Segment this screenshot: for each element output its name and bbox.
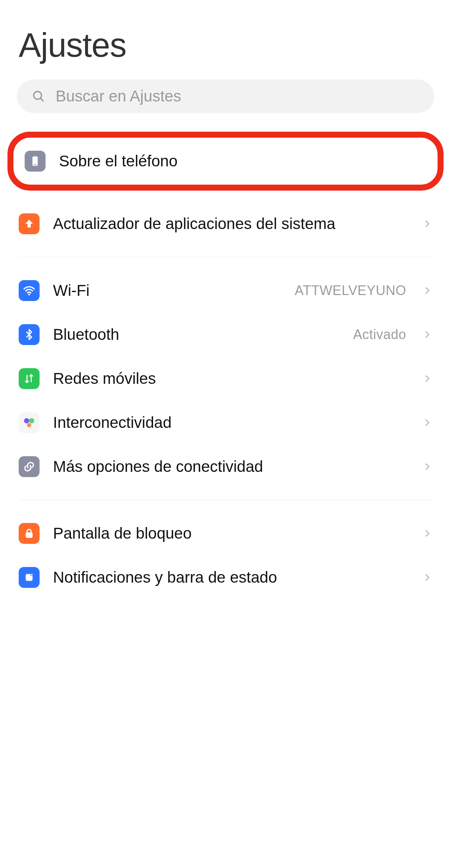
- lock-icon: [19, 523, 40, 544]
- page-title: Ajustes: [0, 19, 451, 79]
- svg-rect-8: [26, 532, 33, 538]
- chevron-right-icon: [422, 285, 432, 296]
- row-label: Más opciones de conectividad: [53, 457, 408, 476]
- chevron-right-icon: [422, 329, 432, 340]
- chevron-right-icon: [422, 417, 432, 428]
- svg-point-13: [31, 574, 32, 576]
- row-label: Sobre el teléfono: [59, 152, 426, 170]
- svg-point-0: [34, 91, 41, 99]
- row-system-app-updater[interactable]: Actualizador de aplicaciones del sistema: [0, 202, 451, 246]
- chevron-right-icon: [422, 528, 432, 539]
- phone-icon: [25, 151, 46, 172]
- search-icon: [32, 90, 45, 103]
- search-wrapper: Buscar en Ajustes: [0, 79, 451, 132]
- row-label: Pantalla de bloqueo: [53, 524, 408, 543]
- search-placeholder: Buscar en Ajustes: [56, 87, 181, 105]
- chevron-right-icon: [422, 572, 432, 583]
- row-label: Notificaciones y barra de estado: [53, 568, 408, 587]
- interconnect-icon: [19, 412, 40, 433]
- search-input[interactable]: Buscar en Ajustes: [17, 79, 434, 113]
- notification-bar-icon: [19, 567, 40, 588]
- row-bluetooth[interactable]: Bluetooth Activado: [0, 313, 451, 357]
- section-divider: [19, 500, 432, 500]
- mobile-data-icon: [19, 368, 40, 389]
- update-arrow-icon: [19, 213, 40, 234]
- row-value: ATTWELVEYUNO: [295, 283, 406, 298]
- svg-point-4: [28, 294, 30, 295]
- chevron-right-icon: [422, 373, 432, 384]
- svg-line-1: [41, 98, 44, 101]
- row-about-phone[interactable]: Sobre el teléfono: [16, 139, 435, 183]
- row-label: Interconectividad: [53, 413, 408, 432]
- row-label: Wi-Fi: [53, 281, 281, 300]
- svg-rect-3: [34, 164, 36, 165]
- chevron-right-icon: [422, 461, 432, 472]
- row-label: Bluetooth: [53, 325, 340, 344]
- bluetooth-icon: [19, 324, 40, 345]
- row-label: Actualizador de aplicaciones del sistema: [53, 215, 408, 233]
- link-icon: [19, 456, 40, 477]
- row-more-connectivity[interactable]: Más opciones de conectividad: [0, 445, 451, 489]
- row-notifications-status-bar[interactable]: Notificaciones y barra de estado: [0, 555, 451, 599]
- row-value: Activado: [353, 327, 406, 342]
- svg-point-6: [29, 418, 34, 423]
- chevron-right-icon: [422, 219, 432, 229]
- highlight-annotation: Sobre el teléfono: [0, 132, 451, 191]
- wifi-icon: [19, 280, 40, 301]
- section-divider: [19, 257, 432, 257]
- row-wifi[interactable]: Wi-Fi ATTWELVEYUNO: [0, 269, 451, 313]
- svg-point-7: [27, 423, 31, 427]
- row-interconnectivity[interactable]: Interconectividad: [0, 401, 451, 445]
- row-mobile-networks[interactable]: Redes móviles: [0, 357, 451, 401]
- highlight-ring: Sobre el teléfono: [7, 132, 444, 191]
- row-label: Redes móviles: [53, 369, 408, 388]
- settings-screen: Ajustes Buscar en Ajustes Sobre el teléf…: [0, 0, 451, 614]
- svg-point-5: [24, 418, 29, 423]
- row-lock-screen[interactable]: Pantalla de bloqueo: [0, 511, 451, 555]
